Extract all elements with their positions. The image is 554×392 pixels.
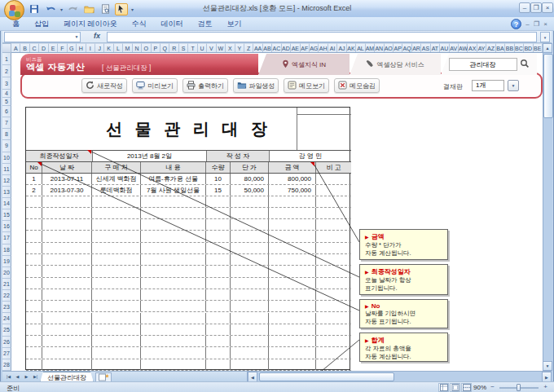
undo-dropdown-icon[interactable]: ▾ <box>60 7 63 12</box>
column-header-Z[interactable]: Z <box>244 43 253 53</box>
ledger-cell[interactable] <box>26 336 42 346</box>
ledger-cell[interactable] <box>269 289 316 300</box>
ledger-cell[interactable] <box>26 266 42 276</box>
ledger-cell[interactable] <box>269 278 316 288</box>
row-header-20[interactable]: 20 <box>2 267 11 279</box>
ledger-cell[interactable] <box>269 219 316 230</box>
ledger-cell[interactable] <box>141 254 206 265</box>
ledger-cell[interactable] <box>316 196 351 207</box>
ledger-cell[interactable] <box>206 243 231 253</box>
ledger-cell[interactable]: 롯데백화점 <box>92 185 141 196</box>
column-header-AZ[interactable]: AZ <box>486 43 495 53</box>
ledger-cell[interactable] <box>42 324 92 335</box>
scroll-down-icon[interactable]: ▼ <box>543 361 552 371</box>
ledger-cell[interactable] <box>206 313 231 324</box>
ledger-cell[interactable] <box>141 313 206 324</box>
row-header-11[interactable]: 11 <box>2 164 11 175</box>
ledger-column-날짜[interactable]: 날 짜 <box>42 162 92 173</box>
ledger-cell[interactable] <box>26 289 42 300</box>
page-break-view-icon[interactable] <box>461 383 472 392</box>
tab-excel-knowledge[interactable]: 엑셀지식 IN <box>258 54 350 75</box>
column-header-AP[interactable]: AP <box>394 43 402 53</box>
close-button[interactable]: × <box>542 2 553 13</box>
name-box-dropdown-icon[interactable]: ▼ <box>73 33 81 42</box>
ledger-cell[interactable] <box>269 336 316 346</box>
ribbon-tab-보기[interactable]: 보기 <box>220 17 249 31</box>
horizontal-scroll-thumb[interactable] <box>259 372 394 381</box>
zoom-out-icon[interactable]: − <box>488 383 497 392</box>
ledger-cell[interactable] <box>206 254 231 265</box>
ledger-cell[interactable] <box>269 324 316 335</box>
ledger-cell[interactable]: 15 <box>206 185 231 196</box>
ledger-cell[interactable] <box>269 196 316 207</box>
column-header-AU[interactable]: AU <box>440 43 449 53</box>
column-header-F[interactable]: F <box>58 43 67 53</box>
meta-label-writer[interactable]: 작 성 자 <box>207 151 270 161</box>
ledger-cell[interactable] <box>206 289 231 300</box>
toolbar-button-파일생성[interactable]: 파일생성 <box>233 78 279 93</box>
column-header-BD[interactable]: BD <box>524 43 533 53</box>
normal-view-icon[interactable] <box>438 383 449 392</box>
ledger-cell[interactable] <box>26 347 42 358</box>
ledger-cell[interactable] <box>206 208 231 218</box>
ledger-cell[interactable] <box>141 231 206 241</box>
ledger-cell[interactable] <box>141 347 206 358</box>
ledger-cell[interactable] <box>269 243 316 253</box>
search-icon[interactable] <box>520 59 530 70</box>
ledger-cell[interactable] <box>231 336 269 346</box>
workbook-restore-button[interactable]: ❐ <box>532 20 541 29</box>
ledger-cell[interactable] <box>231 196 269 207</box>
ledger-cell[interactable] <box>92 336 141 346</box>
ledger-cell[interactable] <box>92 254 141 265</box>
ledger-cell[interactable] <box>269 347 316 358</box>
ledger-cell[interactable] <box>92 219 141 230</box>
ledger-cell[interactable] <box>141 301 206 311</box>
approval-dropdown-icon[interactable]: ▼ <box>508 80 519 91</box>
row-header-14[interactable]: 14 <box>2 198 11 209</box>
ribbon-tab-페이지 레이아웃[interactable]: 페이지 레이아웃 <box>56 17 125 31</box>
ledger-cell[interactable] <box>42 266 92 276</box>
row-header-12[interactable]: 12 <box>2 175 11 187</box>
column-header-AV[interactable]: AV <box>450 43 459 53</box>
column-header-AY[interactable]: AY <box>477 43 486 53</box>
redo-icon[interactable] <box>66 3 79 15</box>
office-button[interactable] <box>4 0 24 20</box>
row-header-4[interactable]: 4 <box>2 90 11 98</box>
help-button[interactable]: ? <box>511 19 521 29</box>
ledger-cell[interactable] <box>231 208 269 218</box>
meta-label-last-updated[interactable]: 최종작성일자 <box>26 151 93 161</box>
ledger-cell[interactable] <box>316 231 351 241</box>
row-header-1[interactable]: 1 <box>2 53 11 65</box>
ledger-cell[interactable] <box>269 301 316 311</box>
toolbar-button-메모보기[interactable]: 메모보기 <box>284 78 329 93</box>
ledger-cell[interactable] <box>92 359 141 370</box>
row-header-15[interactable]: 15 <box>2 209 11 221</box>
column-header-AA[interactable]: AA <box>253 43 262 53</box>
ledger-cell[interactable] <box>141 359 206 370</box>
column-header-E[interactable]: E <box>49 43 58 53</box>
undo-icon[interactable] <box>44 3 57 15</box>
column-header-L[interactable]: L <box>114 43 123 53</box>
ledger-cell[interactable] <box>316 336 351 346</box>
ledger-cell[interactable] <box>26 301 42 311</box>
ledger-cell[interactable] <box>141 219 206 230</box>
ledger-cell[interactable]: 2 <box>26 185 42 196</box>
ledger-cell[interactable] <box>42 278 92 288</box>
column-header-B[interactable]: B <box>20 43 29 53</box>
ledger-cell[interactable] <box>92 301 141 311</box>
ledger-cell[interactable]: 10 <box>206 174 231 184</box>
column-header-N[interactable]: N <box>133 43 142 53</box>
column-header-U[interactable]: U <box>198 43 207 53</box>
ledger-cell[interactable] <box>269 254 316 265</box>
column-header-V[interactable]: V <box>207 43 216 53</box>
row-header-24[interactable]: 24 <box>2 313 11 324</box>
workbook-close-button[interactable]: × <box>541 20 550 29</box>
ledger-cell[interactable] <box>269 266 316 276</box>
ledger-cell[interactable] <box>206 196 231 207</box>
open-icon[interactable] <box>82 3 95 15</box>
ledger-cell[interactable] <box>141 336 206 346</box>
column-header-AG[interactable]: AG <box>310 43 319 53</box>
column-header-AL[interactable]: AL <box>356 43 365 53</box>
ledger-cell[interactable]: 2013-07-30 <box>42 185 92 196</box>
column-header-H[interactable]: H <box>77 43 86 53</box>
